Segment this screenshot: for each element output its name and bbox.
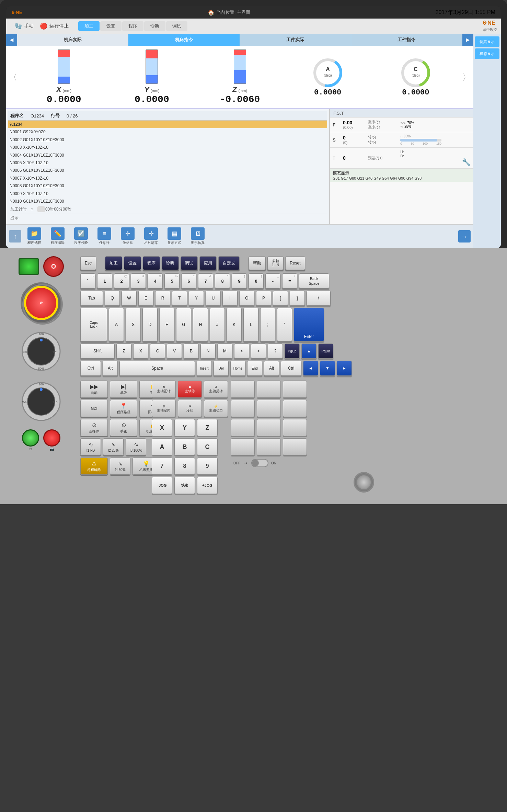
toolbar-display-mode[interactable]: ▦ 显示方式 [164,226,185,247]
tab-machining[interactable]: 加工 [78,21,100,31]
key-9[interactable]: (9 [232,273,247,289]
sim-display-btn[interactable]: 仿真显示 [475,36,499,47]
blank-key-12[interactable] [283,438,307,455]
key-left-arrow[interactable]: ◄ [303,361,318,376]
key-backspace[interactable]: BackSpace [299,273,329,289]
toolbar-coord[interactable]: ✛ 坐标系 [117,226,138,247]
toolbar-rel-zero[interactable]: ✛ 相对清零 [141,226,161,247]
key-m[interactable]: M [217,343,232,359]
key-p[interactable]: P [256,291,271,306]
key-pgup[interactable]: PgUp [285,343,300,359]
cnc-fn2-btn[interactable]: ∿ f2 25% [103,438,124,455]
key-8[interactable]: *8 [215,273,230,289]
toolbar-prog-select[interactable]: 📁 程序选择 [24,226,45,247]
cnc-mdi-btn[interactable]: MDI [80,400,108,417]
jog-fast-btn[interactable]: 快速 [174,477,195,494]
axis-key-b[interactable]: B [174,438,195,455]
blank-key-6[interactable] [283,400,307,417]
axis-key-a[interactable]: A [152,438,172,455]
on-off-switch[interactable] [251,459,268,467]
key-f[interactable]: F [159,308,174,341]
blank-key-5[interactable] [257,400,281,417]
key-i[interactable]: I [222,291,238,306]
toolbar-next-btn[interactable]: → [458,230,471,243]
power-off-btn[interactable]: O [43,256,64,277]
axis-tab-cmd[interactable]: 机床指令 [128,34,240,46]
tab-program[interactable]: 程序 [122,21,143,31]
key-l[interactable]: L [243,308,258,341]
key-quote[interactable]: ' [277,308,292,341]
spindle-stop-btn[interactable]: ■ 主轴停 [178,381,202,398]
jog-plus-btn[interactable]: +JOG [197,477,218,494]
key-pgdn[interactable]: PgDn [318,343,333,359]
jog-minus-btn[interactable]: -JOG [152,477,172,494]
key-equals[interactable]: += [282,273,297,289]
key-minus[interactable]: _- [265,273,280,289]
key-ctrl-left[interactable]: Ctrl [80,361,101,376]
key-del[interactable]: Del [214,361,229,376]
power-on-btn[interactable] [19,258,39,275]
modal-display-btn[interactable]: 模态显示 [475,48,499,59]
blank-key-1[interactable] [231,381,255,398]
key-semicolon[interactable]: ; [260,308,275,341]
spindle-orient-btn[interactable]: ⊕ 主轴定向 [152,400,176,417]
blank-key-7[interactable] [231,419,255,436]
key-n[interactable]: N [200,343,216,359]
key-r[interactable]: R [155,291,170,306]
tab-diagnosis[interactable]: 诊断 [144,21,165,31]
cnc-prog-path-btn[interactable]: 📍 程序路径 [110,400,137,417]
cnc-overtravel-btn[interactable]: ⚠ 超程解除 [80,458,108,475]
key-comma[interactable]: < [234,343,249,359]
key-4[interactable]: $4 [148,273,163,289]
toolbar-prog-edit[interactable]: ✏️ 程序编辑 [47,226,68,247]
estop-btn[interactable]: ⟳ [24,286,58,320]
tab-settings[interactable]: 设置 [100,21,122,31]
key-help[interactable]: 帮助 [249,256,266,270]
key-v[interactable]: V [167,343,182,359]
key-capslock[interactable]: CapsLock [80,308,107,341]
key-k[interactable]: K [227,308,242,341]
key-e[interactable]: E [138,291,153,306]
cnc-handwheel-btn[interactable]: ⊙ 手轮 [110,419,137,436]
cnc-fn1-btn[interactable]: ∿ f1 FD [80,438,101,455]
key-enter[interactable]: Enter [294,308,324,341]
cnc-fn4-btn[interactable]: ∿ f4 50% [110,458,130,475]
key-lbracket[interactable]: [ [273,291,288,306]
key-alt-right[interactable]: Alt [264,361,279,376]
num-7-btn[interactable]: 7 [152,458,172,475]
key-shift-left[interactable]: Shift [80,343,115,359]
key-machining[interactable]: 加工 [105,256,122,270]
key-1[interactable]: !1 [97,273,112,289]
key-ctrl-right[interactable]: Ctrl [281,361,301,376]
key-3[interactable]: #3 [131,273,146,289]
spindle-fwd-btn[interactable]: ↻ 主轴正转 [152,381,176,398]
key-s[interactable]: S [126,308,141,341]
cnc-auto-btn[interactable]: ▶▶ 自动 [80,381,108,398]
blank-key-4[interactable] [231,400,255,417]
main-power-btn[interactable] [354,472,374,493]
axis-key-z[interactable]: Z [197,419,218,436]
key-tab[interactable]: Tab [80,291,103,306]
key-6[interactable]: ^6 [181,273,196,289]
key-b[interactable]: B [184,343,199,359]
key-end[interactable]: End [247,361,262,376]
key-period[interactable]: > [251,343,266,359]
axis-tab-part-cmd[interactable]: 工件指令 [351,34,462,46]
toolbar-sim[interactable]: 🖥 图形仿真 [187,226,208,247]
key-x[interactable]: X [133,343,148,359]
spindle-power-btn[interactable]: ⚡ 主轴动力 [204,400,228,417]
axis-key-y[interactable]: Y [174,419,195,436]
axis-key-c[interactable]: C [197,438,218,455]
key-settings[interactable]: 设置 [124,256,141,270]
key-2[interactable]: @2 [114,273,129,289]
key-program[interactable]: 程序 [143,256,160,270]
toolbar-up-btn[interactable]: ↑ [9,230,21,243]
key-u[interactable]: U [206,291,221,306]
key-right-arrow[interactable]: ► [337,361,352,376]
key-y[interactable]: Y [189,291,204,306]
axis-prev-btn[interactable]: ◄ [6,34,17,46]
key-down-arrow[interactable]: ▼ [320,361,335,376]
key-backtick[interactable]: ~` [80,273,95,289]
key-multi-axis[interactable]: 多轴1...N [267,256,284,270]
num-8-btn[interactable]: 8 [174,458,195,475]
